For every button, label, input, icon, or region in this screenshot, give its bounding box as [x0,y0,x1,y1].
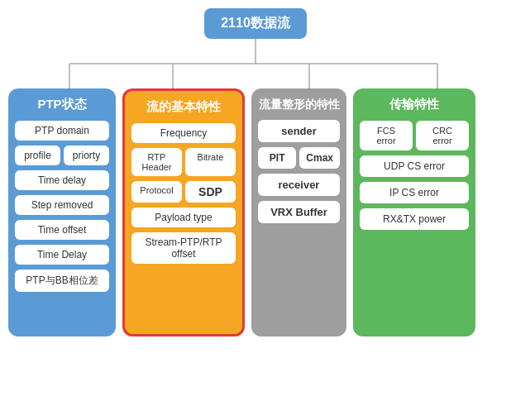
shaping-item-pit: PIT [258,147,296,169]
shaping-item-vrxbuffer: VRX Buffer [258,201,340,223]
shaping-title: 流量整形的特性 [259,97,340,112]
shaping-column: 流量整形的特性 sender PIT Cmax receiver VRX Buf… [251,88,346,336]
basic-row-rtp: RTP Header Bitrate [131,148,236,176]
basic-item-frequency: Frequency [131,123,236,143]
ptp-item-domain: PTP domain [15,121,109,141]
root-container: 2110数据流 PTP状态 PTP domain profile priorty… [0,0,511,336]
ptp-row-profile: profile priorty [15,146,109,165]
ptp-item-timedelay: Time delay [15,170,109,190]
shaping-item-sender: sender [258,120,340,142]
basic-row-protocol: Protocol SDP [131,181,236,203]
basic-item-streamoffset: Stream-PTP/RTP offset [131,232,236,264]
trans-item-udpcserror: UDP CS error [360,155,469,177]
shaping-row-pit: PIT Cmax [258,147,340,169]
ptp-item-priorty: priorty [64,146,109,165]
basic-item-protocol: Protocol [131,181,182,203]
basic-item-sdp: SDP [185,181,236,203]
columns-container: PTP状态 PTP domain profile priorty Time de… [8,88,503,336]
basic-column: 流的基本特性 Frequency RTP Header Bitrate Prot… [122,88,245,336]
shaping-item-cmax: Cmax [299,147,340,169]
ptp-item-bbphase: PTP与BB相位差 [15,270,109,292]
basic-item-payloadtype: Payload type [131,208,236,227]
trans-item-fcserror: FCS error [360,121,413,150]
trans-item-ipcserror: IP CS error [360,182,469,203]
trans-row-fcs: FCS error CRC error [360,121,469,150]
transmission-title: 传输特性 [389,97,439,112]
connector-lines [16,39,495,88]
basic-item-bitrate: Bitrate [185,148,236,176]
trans-item-rxtxpower: RX&TX power [360,208,469,230]
ptp-item-timeoffset: Time offset [15,220,109,240]
top-node: 2110数据流 [204,8,307,39]
ptp-item-stepremoved: Step removed [15,195,109,215]
shaping-item-receiver: receiver [258,174,340,196]
ptp-item-profile: profile [15,146,60,165]
ptp-item-timedelay2: Time Delay [15,245,109,265]
ptp-title: PTP状态 [37,97,86,112]
top-node-label: 2110数据流 [221,16,290,30]
transmission-column: 传输特性 FCS error CRC error UDP CS error IP… [353,88,475,336]
ptp-column: PTP状态 PTP domain profile priorty Time de… [8,88,116,336]
basic-item-rtpheader: RTP Header [131,148,182,176]
trans-item-crcerror: CRC error [416,121,469,150]
basic-title: 流的基本特性 [146,99,221,115]
